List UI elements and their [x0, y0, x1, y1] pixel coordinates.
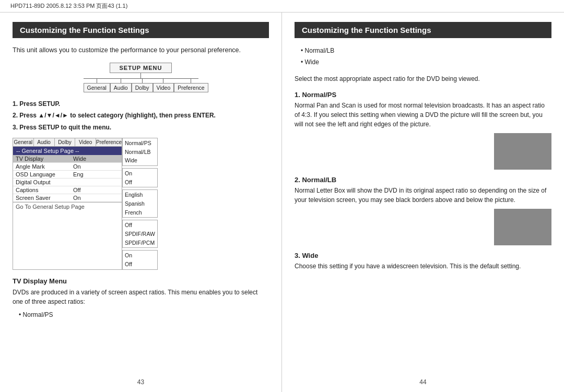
row-tv-label: TV Display	[13, 155, 70, 163]
row-digital-value	[70, 178, 122, 186]
header-text: HPD711-89D 2005.8.12 3:53 PM 页面43 (1.1)	[10, 3, 127, 9]
section-wide: 3. Wide Choose this setting if you have …	[295, 252, 551, 271]
col-video: Video	[75, 138, 96, 146]
right-content: • Normal/LB • Wide Select the most appro…	[295, 45, 551, 271]
dropdown-item: Wide	[125, 156, 155, 165]
menu-item-dolby: Dolby	[132, 83, 153, 92]
menu-item-video: Video	[153, 83, 174, 92]
table-row: Digital Output	[13, 178, 122, 186]
branch-audio: Audio	[110, 79, 132, 92]
dropdown-item: French	[125, 208, 155, 217]
dvd-image-1	[494, 133, 551, 170]
dropdown-item: On	[125, 169, 155, 178]
row-tv-value: Wide	[70, 155, 122, 163]
row-angle-value: On	[70, 162, 122, 170]
section-3-title: 3. Wide	[295, 252, 551, 259]
table-body: TV Display Wide Angle Mark On OSD Langua…	[13, 155, 122, 202]
section-1-title: 1. Normal/PS	[295, 91, 551, 99]
branch-video: Video	[153, 79, 174, 92]
col-dolby: Dolby	[55, 138, 76, 146]
dropdown-item: Normal/PS	[125, 139, 155, 148]
dropdown-display: Normal/PS Normal/LB Wide	[122, 138, 158, 166]
branch-general: General	[84, 79, 110, 92]
right-page-number: 44	[419, 376, 426, 388]
row-digital-label: Digital Output	[13, 178, 70, 186]
branch-dolby: Dolby	[132, 79, 153, 92]
dropdown-item: Spanish	[125, 199, 155, 208]
branch-row: General Audio Dolby Video	[84, 79, 198, 92]
tv-display-section: TV Display Menu DVDs are produced in a v…	[13, 277, 269, 321]
tv-display-title: TV Display Menu	[13, 277, 269, 285]
menu-item-general: General	[84, 83, 110, 92]
select-text: Select the most appropriate aspect ratio…	[295, 74, 551, 84]
right-section-title: Customizing the Function Settings	[295, 22, 551, 38]
table-footer: Go To General Setup Page	[13, 202, 122, 211]
left-section-title: Customizing the Function Settings	[13, 22, 269, 38]
table-row: TV Display Wide	[13, 155, 122, 163]
step-2: 2. Press ▲/▼/◄/► to select category (hig…	[13, 110, 269, 121]
table-row: Angle Mark On	[13, 162, 122, 170]
table-row: Screen Saver On	[13, 194, 122, 201]
col-audio: Audio	[34, 138, 55, 146]
setup-diagram: SETUP MENU General Audio Dolby	[68, 63, 214, 92]
col-general: General	[13, 138, 34, 146]
row-saver-label: Screen Saver	[13, 194, 70, 201]
tv-display-text: DVDs are produced in a variety of screen…	[13, 288, 269, 306]
dropdown-item: Off	[125, 221, 155, 230]
dropdown-item: Off	[125, 260, 155, 269]
inner-table: TV Display Wide Angle Mark On OSD Langua…	[13, 155, 122, 202]
col-preference: Preference	[96, 138, 122, 146]
bullet-normal-lb: • Normal/LB	[301, 45, 551, 57]
vert-line-top	[140, 73, 141, 78]
dropdown-item: SPDIF/PCM	[125, 239, 155, 247]
section-2-text: Normal Letter Box will show the DVD in i…	[295, 186, 551, 205]
setup-table: General Audio Dolby Video Preference -- …	[13, 138, 122, 270]
dropdown-area: Normal/PS Normal/LB Wide On Off English …	[122, 138, 158, 270]
menu-item-audio: Audio	[110, 83, 132, 92]
row-angle-label: Angle Mark	[13, 162, 70, 170]
left-page-number: 43	[137, 376, 144, 388]
row-osd-label: OSD Language	[13, 170, 70, 178]
section-normal-lb: 2. Normal/LB Normal Letter Box will show…	[295, 176, 551, 245]
table-row: OSD Language Eng	[13, 170, 122, 178]
section-1-text: Normal Pan and Scan is used for most nor…	[295, 101, 551, 129]
row-osd-value: Eng	[70, 170, 122, 178]
intro-text: This unit allows you to customize the pe…	[13, 45, 269, 55]
dropdown-item: English	[125, 191, 155, 199]
steps: 1. Press SETUP. 2. Press ▲/▼/◄/► to sele…	[13, 99, 269, 133]
content-area: Customizing the Function Settings This u…	[0, 13, 564, 392]
dropdown-item: Normal/LB	[125, 148, 155, 157]
row-captions-value: Off	[70, 186, 122, 194]
dropdown-angle: On Off	[122, 168, 158, 187]
dropdown-item: Off	[125, 178, 155, 187]
section-normal-ps: 1. Normal/PS Normal Pan and Scan is used…	[295, 91, 551, 170]
setup-table-area: General Audio Dolby Video Preference -- …	[13, 138, 269, 270]
left-page: Customizing the Function Settings This u…	[0, 13, 282, 392]
dropdown-item: SPDIF/RAW	[125, 230, 155, 239]
section-3-text: Choose this setting if you have a widesc…	[295, 262, 551, 271]
bullet-list-left: • Normal/PS	[19, 310, 269, 321]
dropdown-digital: Off SPDIF/RAW SPDIF/PCM	[122, 220, 158, 248]
row-saver-value: On	[70, 194, 122, 201]
table-row: Captions Off	[13, 186, 122, 194]
general-setup-label: -- General Setup Page --	[13, 147, 122, 155]
dvd-image-2	[494, 209, 551, 245]
step-3: 3. Press SETUP to quit the menu.	[13, 122, 269, 133]
bullet-item: • Normal/PS	[19, 310, 269, 321]
dropdown-saver: On Off	[122, 250, 158, 269]
row-captions-label: Captions	[13, 186, 70, 194]
dropdown-item: On	[125, 251, 155, 260]
menu-item-preference: Preference	[174, 83, 208, 92]
dropdown-language: English Spanish French	[122, 189, 158, 218]
right-bullet-items: • Normal/LB • Wide	[301, 45, 551, 68]
bullet-wide: • Wide	[301, 57, 551, 68]
setup-menu-box: SETUP MENU	[110, 63, 172, 73]
header-bar: HPD711-89D 2005.8.12 3:53 PM 页面43 (1.1)	[0, 0, 564, 13]
page-wrapper: HPD711-89D 2005.8.12 3:53 PM 页面43 (1.1) …	[0, 0, 564, 392]
section-2-title: 2. Normal/LB	[295, 176, 551, 184]
branch-preference: Preference	[174, 79, 208, 92]
step-1: 1. Press SETUP.	[13, 99, 269, 109]
right-page: Customizing the Function Settings • Norm…	[282, 13, 564, 392]
table-header: General Audio Dolby Video Preference	[13, 138, 122, 147]
